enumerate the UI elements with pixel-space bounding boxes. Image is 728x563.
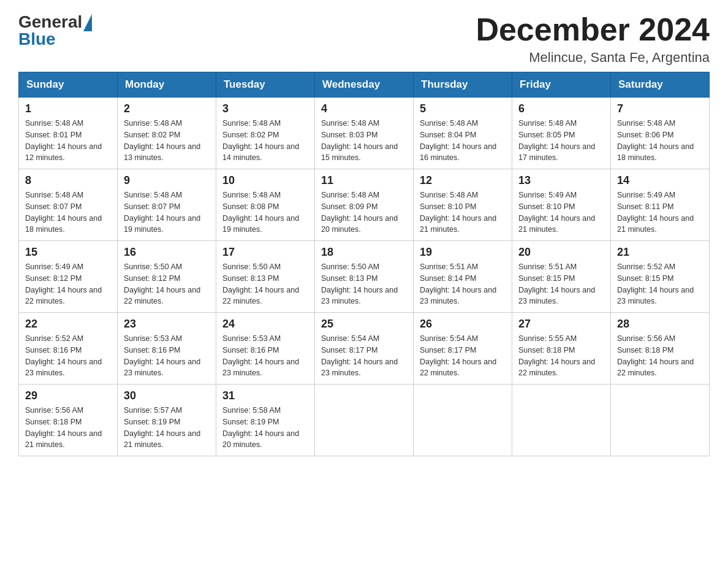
day-info: Sunrise: 5:50 AMSunset: 8:13 PMDaylight:…: [321, 261, 407, 307]
day-info: Sunrise: 5:48 AMSunset: 8:02 PMDaylight:…: [222, 118, 308, 164]
calendar-cell: 19Sunrise: 5:51 AMSunset: 8:14 PMDayligh…: [414, 241, 512, 313]
day-info: Sunrise: 5:52 AMSunset: 8:15 PMDaylight:…: [617, 261, 703, 307]
day-number: 23: [124, 318, 210, 331]
day-number: 13: [518, 174, 604, 187]
calendar-table: SundayMondayTuesdayWednesdayThursdayFrid…: [18, 72, 710, 456]
day-info: Sunrise: 5:48 AMSunset: 8:08 PMDaylight:…: [222, 190, 308, 236]
day-number: 17: [222, 246, 308, 259]
calendar-cell: 12Sunrise: 5:48 AMSunset: 8:10 PMDayligh…: [414, 169, 512, 241]
day-number: 15: [25, 246, 111, 259]
day-info: Sunrise: 5:55 AMSunset: 8:18 PMDaylight:…: [518, 333, 604, 379]
day-number: 20: [518, 246, 604, 259]
calendar-week-row: 15Sunrise: 5:49 AMSunset: 8:12 PMDayligh…: [19, 241, 710, 313]
calendar-cell: 25Sunrise: 5:54 AMSunset: 8:17 PMDayligh…: [315, 313, 414, 385]
day-number: 21: [617, 246, 703, 259]
day-number: 10: [222, 174, 308, 187]
day-info: Sunrise: 5:51 AMSunset: 8:15 PMDaylight:…: [518, 261, 604, 307]
day-number: 9: [124, 174, 210, 187]
calendar-cell: 27Sunrise: 5:55 AMSunset: 8:18 PMDayligh…: [512, 313, 611, 385]
calendar-cell: 2Sunrise: 5:48 AMSunset: 8:02 PMDaylight…: [118, 98, 216, 169]
calendar-cell: [611, 385, 710, 456]
day-number: 30: [124, 389, 210, 402]
calendar-cell: 10Sunrise: 5:48 AMSunset: 8:08 PMDayligh…: [216, 169, 315, 241]
calendar-cell: 6Sunrise: 5:48 AMSunset: 8:05 PMDaylight…: [512, 98, 611, 169]
calendar-cell: 29Sunrise: 5:56 AMSunset: 8:18 PMDayligh…: [19, 385, 118, 456]
day-info: Sunrise: 5:49 AMSunset: 8:12 PMDaylight:…: [25, 261, 111, 307]
day-info: Sunrise: 5:48 AMSunset: 8:06 PMDaylight:…: [617, 118, 703, 164]
day-info: Sunrise: 5:48 AMSunset: 8:10 PMDaylight:…: [420, 190, 506, 236]
day-number: 3: [222, 102, 308, 115]
day-number: 1: [25, 102, 111, 115]
calendar-cell: [512, 385, 611, 456]
calendar-cell: 28Sunrise: 5:56 AMSunset: 8:18 PMDayligh…: [611, 313, 710, 385]
calendar-week-row: 1Sunrise: 5:48 AMSunset: 8:01 PMDaylight…: [19, 98, 710, 169]
day-number: 2: [124, 102, 210, 115]
column-header-saturday: Saturday: [611, 72, 710, 98]
calendar-cell: 23Sunrise: 5:53 AMSunset: 8:16 PMDayligh…: [118, 313, 216, 385]
calendar-cell: [315, 385, 414, 456]
calendar-cell: 1Sunrise: 5:48 AMSunset: 8:01 PMDaylight…: [19, 98, 118, 169]
day-info: Sunrise: 5:50 AMSunset: 8:13 PMDaylight:…: [222, 261, 308, 307]
day-number: 26: [420, 318, 506, 331]
logo: General Blue: [18, 12, 92, 49]
day-number: 6: [518, 102, 604, 115]
day-info: Sunrise: 5:50 AMSunset: 8:12 PMDaylight:…: [124, 261, 210, 307]
month-title: December 2024: [476, 12, 710, 47]
day-info: Sunrise: 5:52 AMSunset: 8:16 PMDaylight:…: [25, 333, 111, 379]
calendar-cell: 9Sunrise: 5:48 AMSunset: 8:07 PMDaylight…: [118, 169, 216, 241]
calendar-cell: 20Sunrise: 5:51 AMSunset: 8:15 PMDayligh…: [512, 241, 611, 313]
day-info: Sunrise: 5:49 AMSunset: 8:10 PMDaylight:…: [518, 190, 604, 236]
column-header-thursday: Thursday: [414, 72, 512, 98]
day-info: Sunrise: 5:56 AMSunset: 8:18 PMDaylight:…: [617, 333, 703, 379]
day-info: Sunrise: 5:49 AMSunset: 8:11 PMDaylight:…: [617, 190, 703, 236]
day-info: Sunrise: 5:48 AMSunset: 8:01 PMDaylight:…: [25, 118, 111, 164]
day-number: 19: [420, 246, 506, 259]
day-number: 16: [124, 246, 210, 259]
title-section: December 2024 Melincue, Santa Fe, Argent…: [476, 12, 710, 66]
calendar-week-row: 29Sunrise: 5:56 AMSunset: 8:18 PMDayligh…: [19, 385, 710, 456]
calendar-cell: 8Sunrise: 5:48 AMSunset: 8:07 PMDaylight…: [19, 169, 118, 241]
calendar-cell: 5Sunrise: 5:48 AMSunset: 8:04 PMDaylight…: [414, 98, 512, 169]
calendar-cell: 17Sunrise: 5:50 AMSunset: 8:13 PMDayligh…: [216, 241, 315, 313]
day-info: Sunrise: 5:48 AMSunset: 8:03 PMDaylight:…: [321, 118, 407, 164]
day-number: 27: [518, 318, 604, 331]
calendar-cell: 16Sunrise: 5:50 AMSunset: 8:12 PMDayligh…: [118, 241, 216, 313]
day-info: Sunrise: 5:48 AMSunset: 8:02 PMDaylight:…: [124, 118, 210, 164]
day-info: Sunrise: 5:54 AMSunset: 8:17 PMDaylight:…: [420, 333, 506, 379]
calendar-cell: 11Sunrise: 5:48 AMSunset: 8:09 PMDayligh…: [315, 169, 414, 241]
column-header-friday: Friday: [512, 72, 611, 98]
column-header-wednesday: Wednesday: [315, 72, 414, 98]
day-number: 4: [321, 102, 407, 115]
day-info: Sunrise: 5:53 AMSunset: 8:16 PMDaylight:…: [222, 333, 308, 379]
day-number: 5: [420, 102, 506, 115]
calendar-week-row: 22Sunrise: 5:52 AMSunset: 8:16 PMDayligh…: [19, 313, 710, 385]
calendar-cell: [414, 385, 512, 456]
calendar-cell: 14Sunrise: 5:49 AMSunset: 8:11 PMDayligh…: [611, 169, 710, 241]
day-number: 7: [617, 102, 703, 115]
day-number: 18: [321, 246, 407, 259]
day-number: 8: [25, 174, 111, 187]
day-info: Sunrise: 5:56 AMSunset: 8:18 PMDaylight:…: [25, 405, 111, 451]
day-info: Sunrise: 5:48 AMSunset: 8:05 PMDaylight:…: [518, 118, 604, 164]
calendar-cell: 13Sunrise: 5:49 AMSunset: 8:10 PMDayligh…: [512, 169, 611, 241]
day-info: Sunrise: 5:51 AMSunset: 8:14 PMDaylight:…: [420, 261, 506, 307]
calendar-cell: 21Sunrise: 5:52 AMSunset: 8:15 PMDayligh…: [611, 241, 710, 313]
column-header-monday: Monday: [118, 72, 216, 98]
calendar-cell: 26Sunrise: 5:54 AMSunset: 8:17 PMDayligh…: [414, 313, 512, 385]
day-info: Sunrise: 5:48 AMSunset: 8:07 PMDaylight:…: [25, 190, 111, 236]
column-header-tuesday: Tuesday: [216, 72, 315, 98]
day-info: Sunrise: 5:54 AMSunset: 8:17 PMDaylight:…: [321, 333, 407, 379]
day-info: Sunrise: 5:48 AMSunset: 8:07 PMDaylight:…: [124, 190, 210, 236]
calendar-cell: 24Sunrise: 5:53 AMSunset: 8:16 PMDayligh…: [216, 313, 315, 385]
calendar-cell: 31Sunrise: 5:58 AMSunset: 8:19 PMDayligh…: [216, 385, 315, 456]
day-number: 14: [617, 174, 703, 187]
calendar-cell: 30Sunrise: 5:57 AMSunset: 8:19 PMDayligh…: [118, 385, 216, 456]
day-info: Sunrise: 5:48 AMSunset: 8:04 PMDaylight:…: [420, 118, 506, 164]
day-number: 25: [321, 318, 407, 331]
logo-blue-text: Blue: [18, 29, 56, 49]
location-text: Melincue, Santa Fe, Argentina: [476, 50, 710, 66]
day-number: 28: [617, 318, 703, 331]
day-info: Sunrise: 5:58 AMSunset: 8:19 PMDaylight:…: [222, 405, 308, 451]
day-number: 24: [222, 318, 308, 331]
calendar-cell: 7Sunrise: 5:48 AMSunset: 8:06 PMDaylight…: [611, 98, 710, 169]
